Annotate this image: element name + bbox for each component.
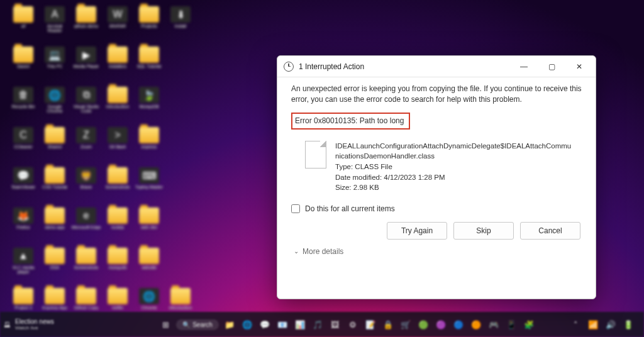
taskbar-app-icon[interactable]: 🎮 [487,318,501,331]
titlebar[interactable]: 1 Interrupted Action — ▢ ✕ [277,56,596,77]
file-icon [305,141,326,168]
taskbar-app-icon[interactable]: 🟣 [434,318,448,331]
taskbar-app-icon[interactable]: 📧 [275,318,289,331]
desktop-icon[interactable]: github-demo [70,6,102,44]
desktop-icon[interactable]: 🍃MongoDB [133,87,165,124]
desktop-icon[interactable]: ▲VLC media player [8,248,39,285]
do-for-all-checkbox[interactable] [291,204,300,213]
desktop-icon[interactable]: demo-app [39,207,70,245]
taskbar-app-icon[interactable]: 🔵 [452,318,465,331]
file-block: IDEALLaunchConfigurationAttachDynamicDel… [305,141,582,193]
desktop-icon[interactable]: Shared [39,127,70,165]
taskbar-app-icon[interactable]: 🛒 [399,318,413,331]
desktop-icon[interactable]: ZZoom [70,127,102,165]
file-name: IDEALLaunchConfigurationAttachDynamicDel… [335,141,574,162]
error-message: An unexpected error is keeping you from … [291,84,582,105]
search-label: Search [192,321,213,328]
taskbar-search[interactable]: 🔍 Search [176,319,219,330]
chevron-down-icon: ⌄ [294,248,299,255]
desktop-icon[interactable]: AAcrobat Reader [39,6,70,44]
try-again-button[interactable]: Try Again [387,222,447,240]
taskbar-app-icon[interactable]: 📊 [293,318,307,331]
desktop-icon[interactable]: 🦁Brave [70,167,102,205]
taskbar-app-icon[interactable]: 🟢 [416,318,430,331]
desktop-icon[interactable]: express [133,127,165,165]
taskbar-app-icon[interactable]: 📁 [223,318,236,331]
desktop-icon[interactable]: 🌐Google Chrome [39,87,70,124]
desktop-icon[interactable]: 🦊Firefox [8,207,39,245]
file-modified: 4/12/2023 1:28 PM [384,174,445,181]
skip-button[interactable]: Skip [453,222,514,240]
error-code: Error 0x80010135: Path too long [291,113,410,130]
tray-chevron-icon[interactable]: ˄ [569,318,582,331]
do-for-all-label: Do this for all current items [305,204,395,213]
desktop-icon[interactable]: Installers [102,47,133,84]
tray-battery-icon[interactable]: 🔋 [621,318,635,331]
taskbar-app-icon[interactable]: 🎵 [311,318,325,331]
desktop-icon[interactable]: mongodb [102,248,133,285]
desktop-icon[interactable]: Screenshots [70,248,102,285]
file-size-label: Size: [335,184,352,191]
file-type: CLASS File [355,163,392,170]
desktop-icon[interactable]: Saved [8,47,39,84]
cancel-button[interactable]: Cancel [520,222,580,240]
desktop-icon[interactable]: DSA [39,248,70,285]
taskbar-app-icon[interactable]: 💬 [258,318,272,331]
taskbar-app-icon[interactable]: 🖼 [328,318,342,331]
taskbar-app-icon[interactable]: 📱 [504,318,518,331]
more-details-label: More details [303,247,343,256]
desktop-icon[interactable]: WWinRAR [102,6,133,44]
desktop-icon[interactable]: SQL Tutorial [133,47,165,84]
taskbar-app-icon[interactable]: 🔒 [381,318,395,331]
taskbar: 🗳 Election news Watch live ⊞ 🔍 Search 📁🌐… [0,312,644,337]
weather-sub: Watch live [15,325,54,331]
desktop-icon[interactable]: ⬇Install [165,6,196,44]
desktop-icon[interactable]: CSS Tutorial [39,167,70,205]
taskbar-app-icon[interactable]: 📝 [364,318,377,331]
taskbar-app-icon[interactable]: 🌐 [240,318,254,331]
close-button[interactable]: ✕ [565,57,593,76]
desktop-icon[interactable]: ⌨Typing Master [133,167,165,205]
do-for-all-row[interactable]: Do this for all current items [291,204,582,213]
desktop-icon[interactable]: nodejs [102,207,133,245]
tray-volume-icon[interactable]: 🔊 [604,318,618,331]
taskbar-app-icon[interactable]: ⚙ [346,318,360,331]
desktop-icon[interactable]: Introduction [102,87,133,124]
weather-icon[interactable]: 🗳 [4,321,10,328]
desktop-icon[interactable]: wf [8,6,39,44]
file-type-label: Type: [335,163,353,170]
maximize-button[interactable]: ▢ [538,57,565,76]
desktop-icon[interactable]: CCCleaner [8,127,39,165]
desktop-icon[interactable]: Screenshots [102,167,133,205]
desktop-icon[interactable]: 💻This PC [39,47,70,84]
desktop-icon[interactable]: ⧉Visual Studio Code [70,87,102,124]
weather-headline[interactable]: Election news [15,318,54,325]
desktop-icon[interactable]: website [133,248,165,285]
desktop-icon[interactable]: 💬TeamViewer [8,167,39,205]
desktop-icon[interactable]: Projects [133,6,165,44]
desktop-icon[interactable]: web dev [133,207,165,245]
start-button[interactable]: ⊞ [158,318,172,331]
more-details-toggle[interactable]: ⌄ More details [291,240,582,256]
desktop-icon[interactable]: 🗑Recycle Bin [8,87,39,124]
desktop-icon[interactable]: >Git Bash [102,127,133,165]
window-title: 1 Interrupted Action [299,62,364,71]
tray-wifi-icon[interactable]: 📶 [586,318,600,331]
file-modified-label: Date modified: [335,174,382,181]
file-size: 2.98 KB [353,184,379,191]
desktop-icon[interactable]: ▶Media Player [70,47,102,84]
interrupted-action-dialog: 1 Interrupted Action — ▢ ✕ An unexpected… [277,55,596,299]
minimize-button[interactable]: — [510,57,538,76]
taskbar-app-icon[interactable]: 🧩 [522,318,536,331]
clock-icon [284,62,294,72]
taskbar-app-icon[interactable]: 🟠 [469,318,483,331]
search-icon: 🔍 [182,321,190,328]
desktop-icon[interactable]: eMicrosoft Edge [70,207,102,245]
